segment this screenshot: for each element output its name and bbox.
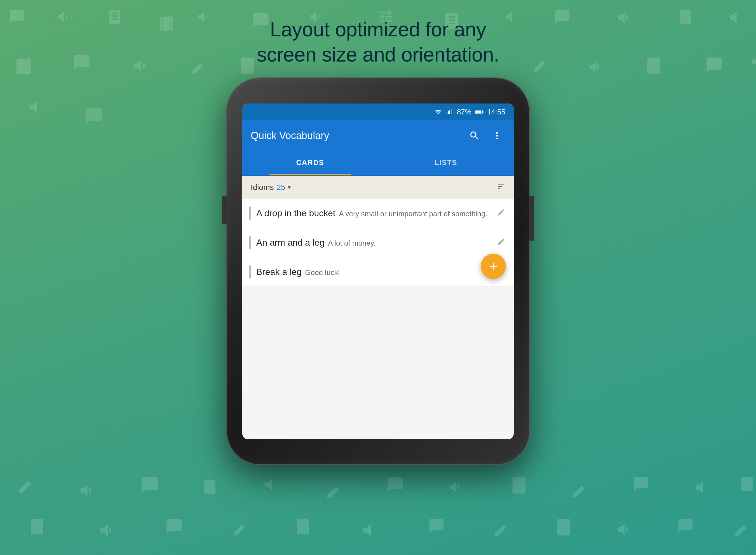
vocab-item-3[interactable]: Break a leg Good luck! [242, 257, 514, 287]
vocab-definition-2: A lot of money. [328, 239, 376, 247]
clock: 14:55 [487, 108, 505, 116]
tab-lists-label: LISTS [434, 158, 457, 167]
battery-percent: 87% [457, 108, 471, 116]
vocab-bar-3 [249, 265, 251, 279]
list-header: Idioms 25 ▾ [242, 176, 514, 199]
app-bar-actions [466, 127, 505, 144]
vocab-content-1: A drop in the bucket A very small or uni… [256, 207, 493, 220]
svg-text:⚡: ⚡ [476, 111, 480, 114]
tab-lists[interactable]: LISTS [378, 151, 514, 175]
vocab-definition-3: Good luck! [305, 268, 340, 277]
vocab-bar-2 [249, 236, 251, 249]
status-bar: 87% ⚡ 14:55 [242, 103, 514, 120]
app-title: Quick Vocabulary [251, 130, 466, 141]
sort-icon[interactable] [497, 182, 505, 193]
headline: Layout optimized for any screen size and… [0, 17, 756, 67]
svg-rect-0 [447, 113, 448, 114]
status-icons: 87% ⚡ 14:55 [434, 108, 505, 116]
tab-bar: CARDS LISTS [242, 151, 514, 176]
vocab-bar-1 [249, 207, 251, 220]
phone-screen: 87% ⚡ 14:55 Quick Vocabulary [242, 103, 514, 439]
list-count: 25 [277, 183, 285, 192]
app-bar: Quick Vocabulary [242, 120, 514, 151]
vocab-list: A drop in the bucket A very small or uni… [242, 199, 514, 287]
svg-rect-1 [448, 111, 449, 114]
vocab-content-2: An arm and a leg A lot of money. [256, 237, 493, 249]
edit-icon-1[interactable] [497, 208, 505, 218]
vocab-term-2: An arm and a leg [256, 238, 325, 248]
edit-icon-2[interactable] [497, 238, 505, 248]
battery-icon: ⚡ [475, 109, 484, 115]
signal-icon [446, 109, 454, 115]
phone-body: 87% ⚡ 14:55 Quick Vocabulary [227, 78, 529, 464]
volume-button [222, 196, 227, 224]
vocab-content-3: Break a leg Good luck! [256, 266, 505, 278]
headline-line1: Layout optimized for any [270, 18, 486, 41]
power-button [529, 196, 534, 241]
vocab-item[interactable]: A drop in the bucket A very small or uni… [242, 199, 514, 228]
phone-device: 87% ⚡ 14:55 Quick Vocabulary [227, 78, 529, 464]
add-button[interactable]: + [481, 254, 506, 279]
vocab-term-1: A drop in the bucket [256, 208, 335, 218]
chevron-down-icon[interactable]: ▾ [288, 184, 291, 191]
wifi-icon [434, 109, 443, 115]
more-options-button[interactable] [489, 127, 505, 144]
vocab-term-3: Break a leg [256, 267, 302, 277]
headline-line2: screen size and orientation. [257, 43, 499, 66]
svg-rect-2 [449, 110, 450, 114]
vocab-item-2[interactable]: An arm and a leg A lot of money. [242, 228, 514, 257]
add-icon: + [489, 259, 498, 273]
tab-cards-label: CARDS [296, 158, 324, 167]
list-title: Idioms [251, 183, 274, 192]
svg-rect-3 [451, 109, 452, 114]
tab-cards[interactable]: CARDS [242, 151, 378, 175]
vocab-definition-1: A very small or unimportant part of some… [339, 210, 487, 218]
search-button[interactable] [466, 127, 483, 144]
svg-rect-5 [482, 111, 483, 113]
